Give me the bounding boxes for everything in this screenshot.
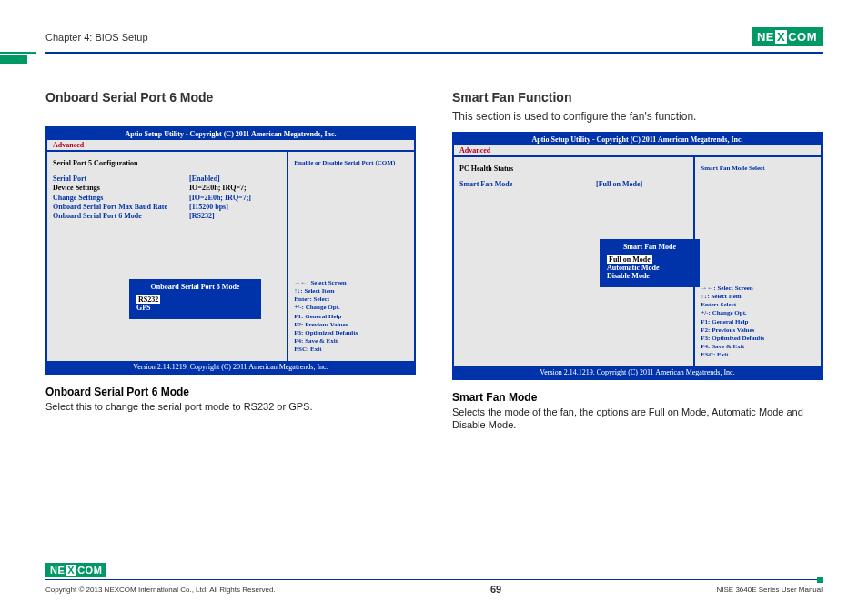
chapter-title: Chapter 4: BIOS Setup <box>45 32 148 43</box>
left-section-title: Onboard Serial Port 6 Mode <box>45 90 416 105</box>
logo-footer: NEXCOM <box>45 563 823 577</box>
help-key: F2: Previous Values <box>294 321 409 329</box>
popup-option[interactable]: Disable Mode <box>607 272 650 280</box>
help-key: F3: Optimized Defaults <box>294 329 409 337</box>
help-key: F1: General Help <box>701 318 815 326</box>
left-subhead: Onboard Serial Port 6 Mode <box>45 386 416 398</box>
config-row[interactable]: Device SettingsIO=2E0h; IRQ=7; <box>53 184 281 192</box>
popup-title: Onboard Serial Port 6 Mode <box>131 281 259 293</box>
help-key: Enter: Select <box>701 301 815 309</box>
help-key: F2: Previous Values <box>701 326 815 335</box>
bios-panel-right: Aptio Setup Utility - Copyright (C) 2011… <box>452 132 823 380</box>
popup-option-selected[interactable]: RS232 <box>136 295 160 304</box>
config-value: [Enabled] <box>189 175 281 183</box>
logo: NEXCOM <box>752 27 823 46</box>
help-key: ↑↓: Select Item <box>294 287 409 295</box>
help-key: +/-: Change Opt. <box>294 304 409 312</box>
help-key: ↑↓: Select Item <box>701 293 815 301</box>
config-label: Onboard Serial Port 6 Mode <box>53 212 189 220</box>
config-row[interactable]: Smart Fan Mode[Full on Mode] <box>459 180 688 188</box>
popup-option[interactable]: Automatic Mode <box>607 264 660 272</box>
popup-option[interactable]: GPS <box>136 304 151 312</box>
help-key: →←: Select Screen <box>294 279 409 287</box>
right-section-title: Smart Fan Function <box>452 90 823 105</box>
bios-title: Aptio Setup Utility - Copyright (C) 2011… <box>454 134 821 145</box>
config-value: [Full on Mode] <box>596 180 688 188</box>
copyright: Copyright © 2013 NEXCOM International Co… <box>45 586 276 594</box>
popup-title: Smart Fan Mode <box>601 241 698 253</box>
help-keys: →←: Select Screen↑↓: Select ItemEnter: S… <box>701 285 815 359</box>
bios-version: Version 2.14.1219. Copyright (C) 2011 Am… <box>47 361 414 373</box>
popup-option-selected[interactable]: Full on Mode <box>607 255 652 264</box>
right-subhead: Smart Fan Mode <box>452 391 823 404</box>
help-desc: Smart Fan Mode Select <box>701 165 815 246</box>
help-key: F4: Save & Exit <box>294 337 409 346</box>
right-section-desc: This section is used to configure the fa… <box>452 110 823 123</box>
right-subdesc: Selects the mode of the fan, the options… <box>452 406 823 432</box>
page-number: 69 <box>490 584 501 595</box>
manual-name: NISE 3640E Series User Manual <box>717 586 823 594</box>
config-value: IO=2E0h; IRQ=7; <box>189 184 281 192</box>
help-key: ESC: Exit <box>701 351 815 359</box>
config-value: [115200 bps] <box>189 203 281 211</box>
config-row[interactable]: Change Settings[IO=2E0h; IRQ=7;] <box>53 194 281 202</box>
bios-panel-left: Aptio Setup Utility - Copyright (C) 2011… <box>45 126 416 375</box>
bios-title: Aptio Setup Utility - Copyright (C) 2011… <box>47 128 414 140</box>
side-tab <box>0 55 27 64</box>
help-keys: →←: Select Screen↑↓: Select ItemEnter: S… <box>294 279 409 354</box>
config-label: Device Settings <box>53 184 189 192</box>
config-row[interactable]: Onboard Serial Port Max Baud Rate[115200… <box>53 203 281 211</box>
help-key: ESC: Exit <box>294 346 409 354</box>
config-group: Serial Port 5 Configuration <box>53 159 281 167</box>
help-key: F3: Optimized Defaults <box>701 335 815 343</box>
help-desc: Enable or Disable Serial Port (COM) <box>294 159 409 241</box>
bios-version: Version 2.14.1219. Copyright (C) 2011 Am… <box>454 366 821 378</box>
tab-advanced[interactable]: Advanced <box>53 141 84 149</box>
config-label: Smart Fan Mode <box>459 180 596 188</box>
config-label: Serial Port <box>53 175 189 183</box>
help-key: +/-: Change Opt. <box>701 309 815 317</box>
config-group: PC Health Status <box>459 165 688 173</box>
config-row[interactable]: Onboard Serial Port 6 Mode[RS232] <box>53 212 281 220</box>
help-key: →←: Select Screen <box>701 285 815 293</box>
popup-serial-mode[interactable]: Onboard Serial Port 6 Mode RS232 GPS <box>129 279 261 319</box>
left-subdesc: Select this to change the serial port mo… <box>45 400 416 413</box>
config-row[interactable]: Serial Port[Enabled] <box>53 175 281 183</box>
tab-advanced[interactable]: Advanced <box>459 146 490 155</box>
help-key: F1: General Help <box>294 313 409 321</box>
config-label: Onboard Serial Port Max Baud Rate <box>53 203 189 211</box>
config-value: [IO=2E0h; IRQ=7;] <box>189 194 281 202</box>
config-value: [RS232] <box>189 212 281 220</box>
config-label: Change Settings <box>53 194 189 202</box>
popup-fan-mode[interactable]: Smart Fan Mode Full on Mode Automatic Mo… <box>600 239 700 287</box>
help-key: Enter: Select <box>294 295 409 304</box>
help-key: F4: Save & Exit <box>701 343 815 351</box>
